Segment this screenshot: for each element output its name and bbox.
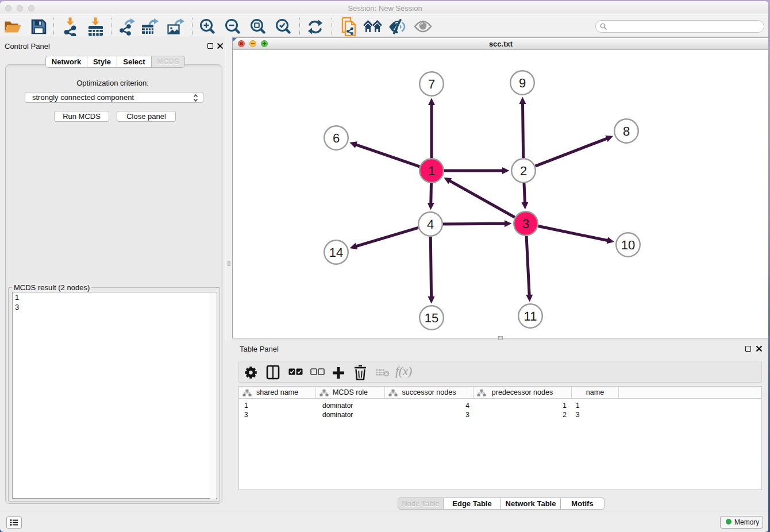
svg-text:3: 3 [522,217,529,231]
svg-text:7: 7 [428,77,435,91]
svg-text:11: 11 [524,309,537,323]
svg-text:1: 1 [428,164,435,178]
svg-text:9: 9 [519,76,526,90]
svg-text:4: 4 [427,217,434,232]
svg-text:6: 6 [333,131,340,145]
svg-text:14: 14 [329,245,343,260]
svg-text:8: 8 [623,124,630,138]
svg-text:2: 2 [520,164,527,178]
svg-text:15: 15 [425,311,438,325]
svg-text:10: 10 [621,238,635,252]
